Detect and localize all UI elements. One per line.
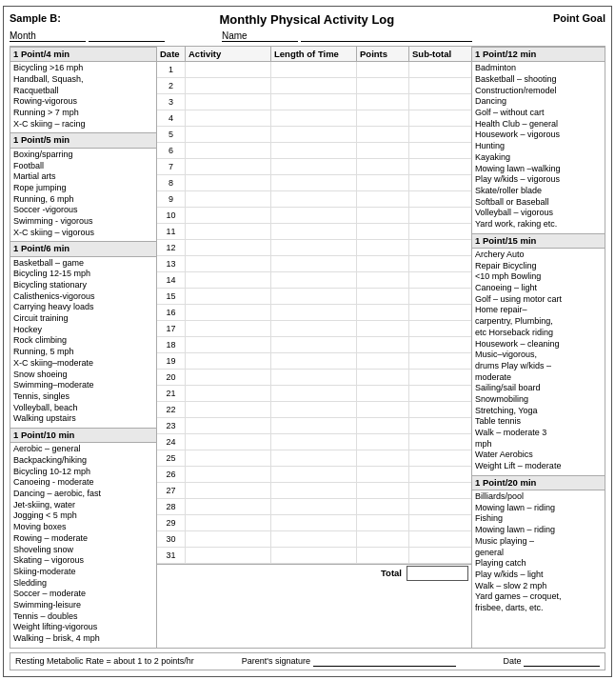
point-goal-label: Point Goal	[553, 12, 605, 24]
table-cell	[186, 62, 271, 77]
table-row: 26	[157, 467, 471, 483]
list-item: X-C skiing – racing	[13, 119, 153, 130]
list-item: Boxing/sparring	[13, 150, 153, 161]
table-row: 9	[157, 191, 471, 208]
list-item: Bicycling >16 mph	[13, 63, 153, 74]
list-item: Jogging < 5 mph	[13, 510, 153, 522]
list-item: Archery Auto	[475, 250, 602, 261]
section-header: 1 Point/12 min	[472, 47, 605, 62]
list-item: Tennis – doubles	[13, 611, 153, 623]
table-cell	[271, 450, 357, 466]
table-cell	[186, 386, 271, 401]
row-number: 21	[157, 386, 186, 401]
table-row: 6	[157, 143, 471, 159]
date-field: Date	[503, 656, 600, 667]
row-number: 19	[157, 353, 186, 369]
table-cell	[186, 143, 271, 158]
table-cell	[271, 127, 357, 142]
table-cell	[186, 548, 271, 563]
table-row: 25	[157, 450, 471, 467]
table-row: 11	[157, 224, 471, 240]
row-number: 25	[157, 450, 186, 466]
row-number: 1	[157, 62, 186, 77]
list-item: X-C skiing – vigorous	[13, 228, 153, 239]
list-item: frisbee, darts, etc.	[475, 603, 602, 614]
list-item: X-C skiing–moderate	[13, 358, 153, 370]
list-item: Badminton	[475, 63, 602, 74]
table-cell	[271, 305, 357, 320]
list-item: Rowing – moderate	[13, 533, 153, 545]
table-cell	[357, 143, 409, 158]
row-number: 16	[157, 305, 186, 320]
header: Sample B: Monthly Physical Activity Log …	[10, 12, 605, 27]
table-cell	[357, 256, 409, 271]
list-item: general	[475, 548, 602, 559]
table-cell	[409, 62, 471, 77]
table-cell	[357, 191, 409, 207]
list-item: Table tennis	[475, 416, 602, 428]
list-item: Dancing – aerobic, fast	[13, 489, 153, 500]
table-cell	[186, 127, 271, 142]
table-cell	[186, 467, 271, 482]
table-row: 4	[157, 110, 471, 127]
activity-table: DateActivityLength of TimePointsSub-tota…	[157, 46, 472, 649]
list-item: Rowing-vigorous	[13, 96, 153, 108]
list-item: Housework – vigorous	[475, 130, 602, 141]
list-item: Sailing/sail board	[475, 383, 602, 394]
section-items: Billiards/poolMowing lawn – ridingFishin…	[472, 490, 605, 617]
row-number: 15	[157, 289, 186, 304]
table-cell	[186, 159, 271, 174]
table-cell	[357, 240, 409, 255]
table-cell	[409, 434, 471, 450]
table-cell	[271, 224, 357, 239]
list-item: Yard games – croquet,	[475, 591, 602, 603]
list-item: Play w/kids – vigorous	[475, 174, 602, 186]
list-item: Tennis, singles	[13, 391, 153, 403]
list-item: Shoveling snow	[13, 545, 153, 556]
table-cell	[357, 418, 409, 433]
list-item: Housework – cleaning	[475, 339, 602, 350]
table-cell	[271, 78, 357, 93]
table-row: 31	[157, 548, 471, 564]
table-cell	[409, 159, 471, 174]
table-cell	[409, 515, 471, 530]
table-cell	[357, 110, 409, 126]
list-item: Volleyball – vigorous	[475, 208, 602, 219]
table-row: 28	[157, 499, 471, 515]
month-field: Month	[10, 30, 165, 42]
row-number: 7	[157, 159, 186, 174]
table-cell	[186, 370, 271, 385]
table-cell	[409, 548, 471, 563]
table-cell	[186, 224, 271, 239]
table-cell	[409, 78, 471, 93]
table-row: 30	[157, 531, 471, 548]
table-cell	[409, 256, 471, 271]
row-number: 2	[157, 78, 186, 93]
table-row: 19	[157, 353, 471, 370]
table-cell	[409, 321, 471, 336]
section-items: Archery AutoRepair Bicycling<10 mph Bowl…	[472, 249, 605, 475]
table-cell	[271, 402, 357, 417]
table-cell	[271, 256, 357, 271]
row-number: 13	[157, 256, 186, 271]
signature-field: Parent's signature	[242, 656, 456, 667]
list-item: etc Horseback riding	[475, 328, 602, 339]
table-cell	[409, 208, 471, 223]
row-number: 23	[157, 418, 186, 433]
list-item: Yard work, raking etc.	[475, 219, 602, 230]
rmr-label: Resting Metabolic Rate = about 1 to 2 po…	[15, 656, 194, 666]
table-cell	[357, 127, 409, 142]
sample-label: Sample B:	[10, 12, 61, 24]
list-item: Snow shoeing	[13, 370, 153, 381]
table-cell	[271, 321, 357, 336]
table-cell	[271, 62, 357, 77]
table-cell	[271, 208, 357, 223]
table-cell	[186, 531, 271, 547]
list-item: Rope jumping	[13, 183, 153, 194]
table-cell	[409, 175, 471, 190]
table-cell	[271, 337, 357, 352]
table-cell	[271, 418, 357, 433]
list-item: moderate	[475, 372, 602, 384]
list-item: Walk – slow 2 mph	[475, 581, 602, 592]
table-cell	[186, 94, 271, 110]
